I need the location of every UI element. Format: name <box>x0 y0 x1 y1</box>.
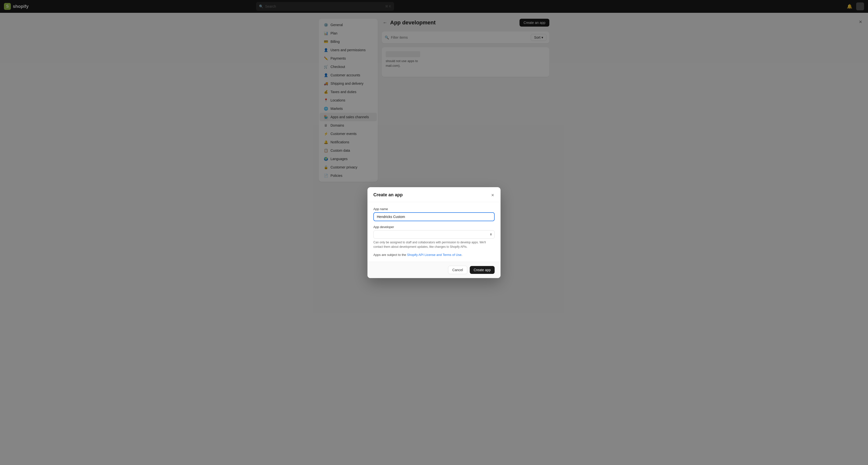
modal-body: App name App developer ⬍ Can only be ass… <box>368 202 500 262</box>
terms-link[interactable]: Shopify API License and Terms of Use <box>407 253 462 257</box>
app-developer-select-wrapper: ⬍ <box>373 230 495 239</box>
app-developer-group: App developer ⬍ Can only be assigned to … <box>373 225 495 249</box>
app-name-input[interactable] <box>373 212 495 221</box>
terms-suffix: . <box>461 253 462 257</box>
developer-help-text: Can only be assigned to staff and collab… <box>373 240 495 249</box>
modal-title: Create an app <box>373 192 403 198</box>
create-app-modal: Create an app × App name App developer ⬍… <box>368 187 500 278</box>
modal-header: Create an app × <box>368 187 500 202</box>
modal-footer: Cancel Create app <box>368 262 500 278</box>
modal-overlay[interactable]: Create an app × App name App developer ⬍… <box>0 0 868 465</box>
app-developer-select[interactable] <box>373 230 495 239</box>
app-name-label: App name <box>373 207 495 211</box>
cancel-button[interactable]: Cancel <box>448 266 467 274</box>
terms-prefix: Apps are subject to the <box>373 253 407 257</box>
app-developer-label: App developer <box>373 225 495 229</box>
modal-close-button[interactable]: × <box>491 192 495 198</box>
modal-create-app-button[interactable]: Create app <box>470 266 495 274</box>
app-name-group: App name <box>373 207 495 221</box>
terms-text: Apps are subject to the Shopify API Lice… <box>373 253 495 257</box>
